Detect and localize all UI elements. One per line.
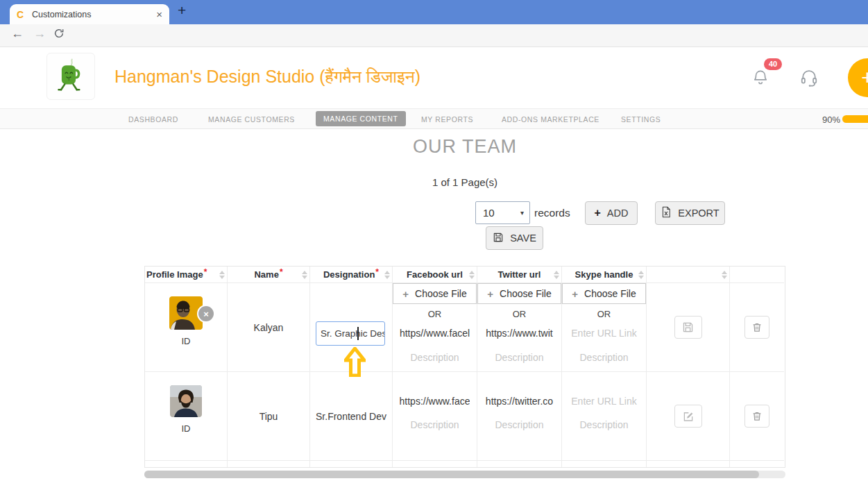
facebook-url-input[interactable]: https//www.facel	[400, 328, 470, 339]
page-title: OUR TEAM	[144, 136, 785, 158]
or-label: OR	[428, 309, 442, 319]
sort-icon[interactable]	[302, 271, 307, 279]
choose-file-button[interactable]: + Choose File	[562, 283, 646, 304]
plus-icon: +	[572, 288, 578, 300]
trash-icon	[751, 321, 763, 333]
save-row-cell	[647, 283, 730, 372]
business-title: Hangman's Design Studio (हैंगमैन डिजाइन)	[114, 67, 420, 87]
name-cell[interactable]: Tipu	[228, 372, 310, 461]
facebook-url-input[interactable]: https://www.face	[400, 396, 470, 407]
site-favicon-icon: C	[17, 9, 28, 20]
facebook-cell: + Choose File OR https//www.facel Descri…	[393, 283, 477, 372]
description-input[interactable]: Description	[495, 419, 543, 430]
horizontal-scrollbar[interactable]	[144, 471, 785, 478]
browser-tab-strip: C Customizations × +	[0, 0, 868, 24]
col-profile-image[interactable]: Profile Image*	[145, 267, 228, 283]
sort-icon[interactable]	[219, 271, 225, 279]
remove-image-icon[interactable]: ×	[197, 305, 215, 323]
chevron-down-icon: ▾	[520, 209, 524, 217]
reload-icon[interactable]	[50, 28, 68, 42]
close-tab-icon[interactable]: ×	[156, 8, 162, 20]
delete-row-cell	[730, 283, 784, 372]
description-input[interactable]: Description	[579, 419, 628, 430]
table-row: ID Tipu Sr.Frontend Dev https://www.face…	[145, 372, 785, 461]
support-headset-icon[interactable]	[799, 68, 819, 90]
nav-manage-content[interactable]: MANAGE CONTENT	[316, 111, 406, 126]
records-label: records	[534, 207, 570, 219]
records-select-value: 10	[483, 207, 520, 219]
col-twitter-url[interactable]: Twitter url	[477, 267, 562, 283]
save-all-button[interactable]: SAVE	[486, 226, 543, 250]
description-input[interactable]: Description	[410, 419, 459, 430]
profile-image-cell: × ID	[145, 283, 228, 372]
id-label: ID	[182, 336, 191, 346]
name-cell[interactable]: Kalyan	[228, 283, 310, 372]
designation-cell[interactable]: Sr.Frontend Dev	[310, 372, 393, 461]
nav-addons-marketplace[interactable]: ADD-ONS MARKETPLACE	[502, 115, 599, 124]
tab-title: Customizations	[32, 10, 156, 19]
scrollbar-thumb[interactable]	[144, 471, 759, 478]
twitter-cell: https://twitter.co Description	[477, 372, 562, 461]
nav-my-reports[interactable]: MY REPORTS	[421, 115, 473, 124]
sort-icon[interactable]	[469, 271, 475, 279]
table-header-row: Profile Image* Name* Designation* Facebo…	[145, 267, 785, 283]
plus-icon: +	[595, 207, 601, 219]
text-cursor	[357, 327, 359, 340]
save-floppy-icon	[682, 321, 694, 333]
choose-file-button[interactable]: + Choose File	[477, 283, 561, 304]
trash-icon	[751, 410, 763, 422]
col-actions[interactable]	[647, 267, 730, 283]
sort-icon[interactable]	[554, 271, 559, 279]
mug-logo-icon	[51, 57, 90, 96]
col-name[interactable]: Name*	[228, 267, 310, 283]
sort-icon[interactable]	[722, 271, 727, 279]
skype-url-input[interactable]: Enter URL Link	[571, 328, 636, 339]
col-skype-handle[interactable]: Skype handle	[562, 267, 647, 283]
profile-photo[interactable]	[170, 385, 202, 417]
or-label: OR	[513, 309, 527, 319]
export-button[interactable]: EXPORT	[655, 201, 725, 225]
sort-icon[interactable]	[384, 271, 390, 279]
delete-row-button[interactable]	[744, 405, 769, 428]
browser-tab[interactable]: C Customizations ×	[10, 4, 169, 24]
twitter-url-input[interactable]: https://www.twit	[486, 328, 552, 339]
edit-row-button[interactable]	[674, 405, 702, 428]
skype-cell: Enter URL Link Description	[562, 372, 647, 461]
table-row: × ID Kalyan Sr. Graphic Desig + Choose F…	[145, 283, 785, 372]
nav-dashboard[interactable]: DASHBOARD	[128, 115, 178, 124]
business-logo[interactable]	[46, 53, 95, 100]
add-record-button[interactable]: + ADD	[585, 201, 638, 225]
browser-toolbar: ← → boost.nowfloats.com/Home/Customizati…	[0, 24, 868, 47]
save-row-button[interactable]	[674, 316, 702, 339]
or-label: OR	[597, 309, 611, 319]
notifications-bell-icon[interactable]	[751, 68, 769, 89]
choose-file-button[interactable]: + Choose File	[393, 283, 477, 304]
col-facebook-url[interactable]: Facebook url	[393, 267, 477, 283]
add-fab-button[interactable]: +	[848, 58, 868, 97]
twitter-url-input[interactable]: https://twitter.co	[486, 396, 553, 407]
excel-file-icon	[661, 206, 672, 220]
sort-icon[interactable]	[638, 271, 644, 279]
annotation-arrow-icon	[344, 347, 366, 380]
table-stub-row	[145, 461, 785, 467]
forward-icon[interactable]: →	[31, 26, 49, 41]
profile-completion-bar	[842, 115, 868, 123]
main-navigation: DASHBOARD MANAGE CUSTOMERS MANAGE CONTEN…	[0, 108, 868, 129]
description-input[interactable]: Description	[410, 352, 459, 363]
nav-manage-customers[interactable]: MANAGE CUSTOMERS	[208, 115, 295, 124]
skype-cell: + Choose File OR Enter URL Link Descript…	[562, 283, 647, 372]
nav-settings[interactable]: SETTINGS	[621, 115, 661, 124]
delete-row-button[interactable]	[744, 316, 769, 339]
description-input[interactable]: Description	[579, 352, 628, 363]
skype-url-input[interactable]: Enter URL Link	[571, 396, 636, 407]
edit-pencil-icon	[682, 410, 695, 423]
new-tab-button[interactable]: +	[178, 2, 186, 19]
plus-icon: +	[402, 288, 409, 300]
records-per-page-select[interactable]: 10 ▾	[475, 201, 530, 224]
site-header: Hangman's Design Studio (हैंगमैन डिजाइन)…	[0, 47, 868, 108]
col-designation[interactable]: Designation*	[310, 267, 393, 283]
designation-input[interactable]: Sr. Graphic Desig	[316, 321, 385, 346]
back-icon[interactable]: ←	[8, 26, 26, 41]
pagination-info: 1 of 1 Page(s)	[144, 176, 785, 188]
description-input[interactable]: Description	[495, 352, 543, 363]
